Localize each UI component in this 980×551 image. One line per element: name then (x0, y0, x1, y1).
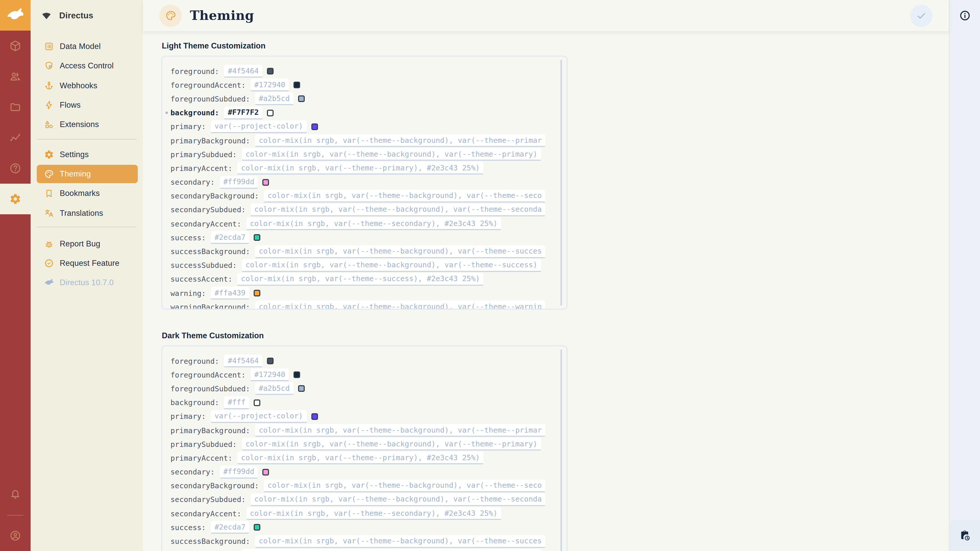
module-users-button[interactable] (0, 61, 30, 92)
theme-variable-row: secondaryBackground:color-mix(in srgb, v… (170, 189, 549, 203)
theme-variable-value-input[interactable]: color-mix(in srgb, var(--theme--secondar… (246, 507, 501, 520)
light-theme-section: Light Theme Customization foreground:#4f… (161, 41, 931, 310)
theme-variable-key: primarySubdued: (170, 440, 237, 448)
color-swatch (262, 468, 269, 475)
code-block-scrollbar[interactable] (560, 349, 562, 551)
module-content-button[interactable] (0, 30, 30, 61)
theme-variable-key: successBackground: (170, 248, 250, 256)
theme-variable-key: foreground: (170, 357, 219, 365)
module-bar-bottom (0, 480, 30, 551)
cube-icon (9, 40, 21, 52)
theme-variable-row: primarySubdued:color-mix(in srgb, var(--… (170, 148, 549, 161)
theme-variable-value-input[interactable]: color-mix(in srgb, var(--theme--backgrou… (242, 549, 541, 551)
theme-variable-value-input[interactable]: color-mix(in srgb, var(--theme--backgrou… (264, 190, 546, 203)
theme-variable-value-input[interactable]: #4f5464 (224, 354, 262, 367)
theme-variable-row: successSubdued:color-mix(in srgb, var(--… (170, 259, 549, 272)
bolt-icon (44, 100, 54, 110)
theme-variable-value-input[interactable]: #a2b5cd (255, 383, 293, 395)
theme-variable-value-input[interactable]: color-mix(in srgb, var(--theme--success)… (238, 273, 484, 286)
theme-variable-value-input[interactable]: #ffa439 (211, 287, 249, 300)
theme-variable-value-input[interactable]: #4f5464 (224, 65, 262, 78)
theme-variable-value-input[interactable]: #F7F7F2 (224, 106, 262, 119)
theme-variable-row: success:#2ecda7 (170, 231, 549, 245)
project-switcher[interactable]: Directus (30, 0, 143, 30)
theme-variable-value-input[interactable]: var(--project-color) (211, 410, 307, 423)
module-account-button[interactable] (0, 520, 30, 551)
theme-variable-value-input[interactable]: #fff (224, 396, 249, 409)
theme-variable-value-input[interactable]: color-mix(in srgb, var(--theme--backgrou… (251, 493, 546, 506)
theme-variable-value-input[interactable]: color-mix(in srgb, var(--theme--backgrou… (255, 424, 546, 437)
sidebar-item-extensions[interactable]: Extensions (30, 115, 143, 135)
sidebar-item-bookmarks[interactable]: Bookmarks (30, 184, 143, 203)
theme-variable-value-input[interactable]: #172940 (251, 79, 289, 92)
sidebar-item-report-bug[interactable]: Report Bug (30, 234, 143, 254)
theme-variable-value-input[interactable]: var(--project-color) (211, 121, 307, 133)
info-sidebar-toggle[interactable] (950, 0, 980, 30)
color-swatch (293, 82, 300, 89)
module-docs-button[interactable] (0, 153, 30, 184)
theme-variable-row: secondary:#ff99dd (170, 465, 549, 479)
save-button[interactable] (910, 4, 932, 27)
theme-variable-value-input[interactable]: color-mix(in srgb, var(--theme--backgrou… (251, 203, 546, 216)
revisions-sidebar-button[interactable] (950, 520, 980, 551)
theme-variable-value-input[interactable]: color-mix(in srgb, var(--theme--backgrou… (255, 134, 546, 147)
theme-variable-value-input[interactable]: color-mix(in srgb, var(--theme--primary)… (238, 162, 484, 175)
color-swatch (254, 524, 260, 531)
theme-variable-row: secondaryAccent:color-mix(in srgb, var(-… (170, 507, 549, 520)
module-files-button[interactable] (0, 92, 30, 122)
theme-variable-key: primary: (170, 413, 206, 421)
project-wedge-icon (40, 10, 53, 21)
theme-variable-key: secondaryBackground: (170, 192, 259, 200)
sidebar-item-translations[interactable]: Translations (30, 203, 143, 223)
theme-variable-key: secondaryAccent: (170, 510, 241, 518)
module-settings-button[interactable] (0, 184, 30, 214)
sidebar-item-theming[interactable]: Theming (30, 164, 143, 184)
theme-variable-value-input[interactable]: #a2b5cd (255, 93, 293, 105)
theme-variable-row: secondaryBackground:color-mix(in srgb, v… (170, 479, 549, 492)
project-name: Directus (59, 11, 94, 20)
directus-logo-button[interactable] (0, 0, 30, 30)
check-icon (916, 10, 927, 21)
theme-variable-key: primaryBackground: (170, 426, 250, 434)
theme-variable-value-input[interactable]: color-mix(in srgb, var(--theme--backgrou… (242, 438, 541, 451)
shield-user-icon (44, 61, 54, 71)
theme-variable-value-input[interactable]: color-mix(in srgb, var(--theme--backgrou… (255, 301, 546, 309)
theme-variable-row: successBackground:color-mix(in srgb, var… (170, 534, 549, 548)
theme-variable-value-input[interactable]: color-mix(in srgb, var(--theme--backgrou… (242, 259, 541, 272)
theme-variable-row: successAccent:color-mix(in srgb, var(--t… (170, 272, 549, 286)
theme-variable-value-input[interactable]: color-mix(in srgb, var(--theme--secondar… (246, 218, 501, 230)
sidebar-item-label: Access Control (60, 62, 114, 71)
sidebar-item-flows[interactable]: Flows (30, 95, 143, 115)
theme-variable-value-input[interactable]: color-mix(in srgb, var(--theme--backgrou… (255, 535, 546, 548)
code-block-scrollbar[interactable] (560, 60, 562, 306)
theme-variable-value-input[interactable]: #172940 (251, 368, 289, 381)
theme-variable-value-input[interactable]: color-mix(in srgb, var(--theme--backgrou… (242, 148, 541, 161)
color-swatch (298, 96, 304, 102)
module-nav (0, 30, 30, 214)
sidebar-item-settings[interactable]: Settings (30, 144, 143, 164)
sidebar-item-data-model[interactable]: Data Model (30, 37, 143, 56)
module-notifications-button[interactable] (0, 480, 30, 510)
module-insights-button[interactable] (0, 122, 30, 153)
theme-variable-row: background:#F7F7F2 (170, 106, 549, 120)
theme-variable-key: secondarySubdued: (170, 206, 246, 214)
sidebar-item-request-feature[interactable]: Request Feature (30, 254, 143, 273)
color-swatch (254, 399, 260, 406)
sidebar-item-webhooks[interactable]: Webhooks (30, 76, 143, 95)
theme-variable-value-input[interactable]: #2ecda7 (211, 521, 249, 534)
sidebar-item-label: Translations (60, 208, 103, 218)
section-label: Light Theme Customization (162, 41, 931, 51)
theme-variable-value-input[interactable]: #ff99dd (220, 176, 258, 189)
theme-variable-value-input[interactable]: color-mix(in srgb, var(--theme--primary)… (238, 452, 484, 465)
theme-variable-value-input[interactable]: #2ecda7 (211, 231, 249, 244)
theme-variable-row: secondarySubdued:color-mix(in srgb, var(… (170, 203, 549, 217)
sidebar-version: Directus 10.7.0 (30, 273, 143, 293)
theme-variable-row: foregroundAccent:#172940 (170, 368, 549, 382)
anchor-icon (44, 80, 54, 91)
sidebar-item-access-control[interactable]: Access Control (30, 56, 143, 76)
theme-variable-value-input[interactable]: color-mix(in srgb, var(--theme--backgrou… (264, 480, 546, 492)
theme-variable-value-input[interactable]: #ff99dd (220, 465, 258, 478)
color-swatch (311, 124, 318, 130)
theme-variable-value-input[interactable]: color-mix(in srgb, var(--theme--backgrou… (255, 245, 546, 258)
theme-variable-key: background: (170, 109, 219, 117)
